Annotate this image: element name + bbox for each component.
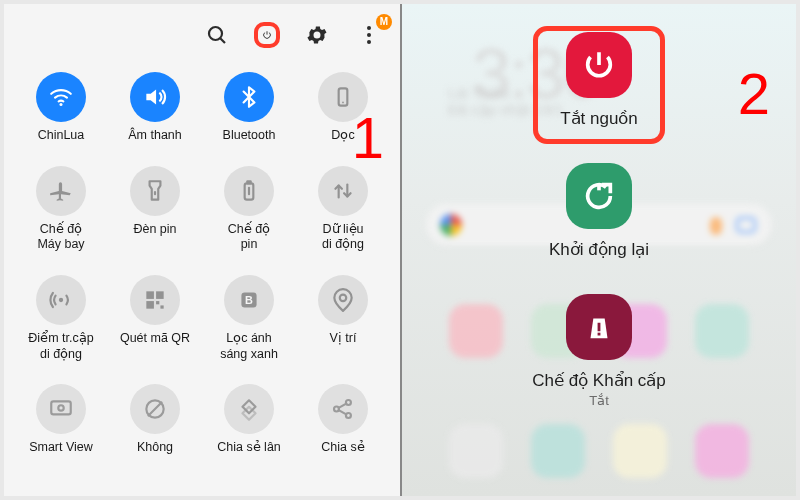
power-icon[interactable]	[254, 22, 280, 48]
svg-rect-29	[598, 323, 601, 332]
flashlight-icon	[130, 166, 180, 216]
power-icon	[566, 32, 632, 98]
qs-tile-label: Vị trí	[330, 331, 357, 347]
qs-tile-label: Đèn pin	[133, 222, 176, 238]
data-icon	[318, 166, 368, 216]
airplane-icon	[36, 166, 86, 216]
svg-point-21	[58, 405, 63, 410]
qs-tile-label: Chế độ pin	[228, 222, 270, 253]
qs-tile-label: Bluetooth	[223, 128, 276, 144]
bluetooth-icon	[224, 72, 274, 122]
qs-tile-label: Chia sẻ lân	[217, 440, 281, 456]
power-option-sublabel: Tắt	[589, 393, 609, 408]
svg-point-0	[209, 27, 222, 40]
svg-rect-16	[160, 305, 163, 308]
svg-line-28	[339, 410, 347, 414]
svg-rect-13	[156, 291, 164, 299]
qs-tile-label: Quét mã QR	[120, 331, 190, 347]
power-option-power-off[interactable]: Tắt nguồn	[560, 32, 638, 129]
annotation-step-2: 2	[738, 60, 770, 127]
qs-tile-share[interactable]: Chia sẻ	[302, 384, 384, 456]
qs-tile-location[interactable]: Vị trí	[302, 275, 384, 362]
svg-point-19	[340, 294, 347, 301]
power-option-label: Khởi động lại	[549, 239, 649, 260]
qs-tile-nearby[interactable]: Chia sẻ lân	[208, 384, 290, 456]
svg-point-3	[367, 33, 371, 37]
qs-tile-label: Dữ liệu di động	[322, 222, 364, 253]
power-option-emergency[interactable]: Chế độ Khẩn cấp Tắt	[532, 294, 666, 408]
svg-point-2	[367, 26, 371, 30]
hotspot-icon	[36, 275, 86, 325]
quick-settings-panel: M ChinLua Âm thanh Bluetooth Dọc Chế độ …	[4, 4, 400, 496]
svg-rect-15	[156, 301, 159, 304]
svg-line-27	[339, 404, 347, 408]
location-icon	[318, 275, 368, 325]
svg-point-4	[367, 40, 371, 44]
power-option-restart[interactable]: Khởi động lại	[549, 163, 649, 260]
power-option-label: Tắt nguồn	[560, 108, 638, 129]
svg-line-23	[149, 403, 162, 416]
qs-tile-data[interactable]: Dữ liệu di động	[302, 166, 384, 253]
nearby-icon	[224, 384, 274, 434]
svg-rect-20	[51, 402, 71, 415]
restart-icon	[566, 163, 632, 229]
alert-icon	[566, 294, 632, 360]
search-icon[interactable]	[204, 22, 230, 48]
svg-line-1	[220, 38, 225, 43]
svg-rect-12	[146, 291, 154, 299]
quick-settings-grid: ChinLua Âm thanh Bluetooth Dọc Chế độ Má…	[18, 72, 386, 416]
qs-tile-label: Lọc ánh sáng xanh	[220, 331, 278, 362]
qs-tile-label: Âm thanh	[128, 128, 182, 144]
quick-settings-header: M	[18, 14, 386, 72]
smartview-icon	[36, 384, 86, 434]
qs-tile-label: Điểm tr.cập di động	[28, 331, 93, 362]
qs-tile-qr[interactable]: Quét mã QR	[114, 275, 196, 362]
qs-tile-airplane[interactable]: Chế độ Máy bay	[20, 166, 102, 253]
sound-icon	[130, 72, 180, 122]
qs-tile-label: ChinLua	[38, 128, 85, 144]
svg-rect-14	[146, 301, 154, 309]
qs-tile-battery[interactable]: Chế độ pin	[208, 166, 290, 253]
svg-rect-10	[247, 181, 250, 183]
qs-tile-label: Chế độ Máy bay	[37, 222, 84, 253]
battery-icon	[224, 166, 274, 216]
power-option-label: Chế độ Khẩn cấp	[532, 370, 666, 391]
qs-tile-none[interactable]: Không	[114, 384, 196, 456]
qs-tile-wifi[interactable]: ChinLua	[20, 72, 102, 144]
qs-tile-flashlight[interactable]: Đèn pin	[114, 166, 196, 253]
none-icon	[130, 384, 180, 434]
qs-tile-label: Smart View	[29, 440, 93, 456]
svg-point-7	[342, 102, 344, 104]
gear-icon[interactable]	[304, 22, 330, 48]
qs-tile-hotspot[interactable]: Điểm tr.cập di động	[20, 275, 102, 362]
bluelight-icon: B	[224, 275, 274, 325]
qr-icon	[130, 275, 180, 325]
qs-tile-label: Không	[137, 440, 173, 456]
qs-tile-bluelight[interactable]: B Lọc ánh sáng xanh	[208, 275, 290, 362]
more-vertical-icon[interactable]: M	[356, 22, 382, 48]
qs-tile-sound[interactable]: Âm thanh	[114, 72, 196, 144]
notification-badge: M	[376, 14, 392, 30]
qs-tile-label: Chia sẻ	[321, 440, 364, 456]
power-menu-panel: 3:30 Lái Thiêu Đã cập nhật 19/1 Tắt nguồ…	[402, 4, 796, 496]
qs-tile-smartview[interactable]: Smart View	[20, 384, 102, 456]
annotation-step-1: 1	[352, 104, 384, 171]
wifi-icon	[36, 72, 86, 122]
share-icon	[318, 384, 368, 434]
svg-rect-30	[598, 333, 601, 336]
qs-tile-bluetooth[interactable]: Bluetooth	[208, 72, 290, 144]
svg-point-11	[59, 298, 63, 302]
svg-text:B: B	[245, 294, 253, 306]
svg-point-5	[59, 103, 62, 106]
